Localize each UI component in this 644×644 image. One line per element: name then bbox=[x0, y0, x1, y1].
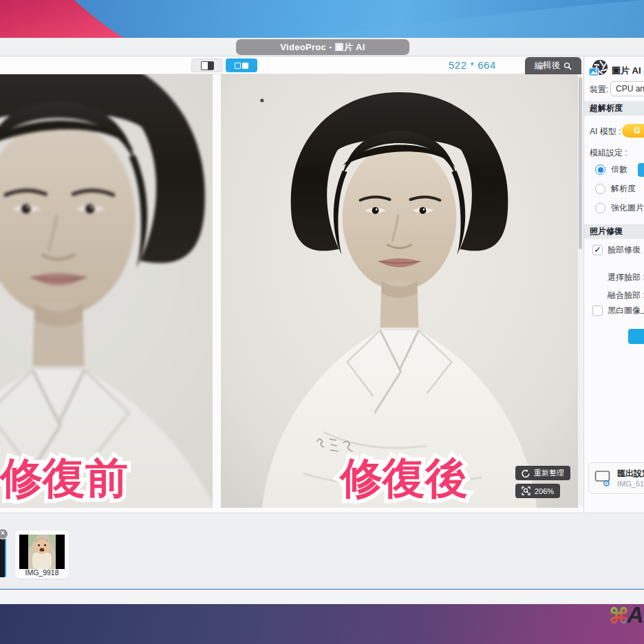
thumbnail-card[interactable]: IMG_9918 bbox=[15, 530, 69, 579]
export-settings-box[interactable]: ⚙ 匯出設定 IMG_516 bbox=[588, 462, 644, 494]
radio-enhance[interactable]: 強化圖片 bbox=[595, 202, 644, 214]
refresh-button[interactable]: 重新整理 bbox=[515, 466, 570, 480]
zoom-level-value: 206% bbox=[535, 487, 554, 495]
refresh-icon bbox=[522, 469, 530, 477]
edited-tab[interactable]: 編輯後 bbox=[525, 57, 581, 74]
wallpaper-wave bbox=[289, 0, 644, 38]
thumbnail-image bbox=[19, 535, 65, 569]
radio-resolution-label: 解析度 bbox=[611, 183, 636, 195]
face-restore-checkbox-row[interactable]: 臉部修復 bbox=[592, 244, 641, 256]
refresh-label: 重新整理 bbox=[534, 468, 564, 478]
section-super-resolution: 超解析度 bbox=[584, 101, 644, 116]
export-settings-label: 匯出設定 bbox=[617, 468, 644, 480]
bw-colorize-checkbox-row[interactable]: 黑白圖像上色 bbox=[592, 305, 644, 316]
device-dropdown[interactable]: CPU and bbox=[610, 81, 644, 96]
image-ai-logo-icon bbox=[588, 59, 609, 78]
ai-model-button[interactable]: G bbox=[622, 124, 644, 138]
selected-thumbnail-partial[interactable] bbox=[0, 538, 6, 577]
thumbnail-filename: IMG_9918 bbox=[15, 568, 69, 577]
photo-before[interactable] bbox=[0, 74, 213, 508]
desktop-wallpaper-bottom bbox=[0, 604, 644, 644]
side-by-side-icon bbox=[235, 63, 248, 69]
after-portrait-image bbox=[221, 74, 578, 508]
watermark-letter: A bbox=[627, 601, 644, 628]
preview-canvas: 修復前 修復後 重新整理 206% bbox=[0, 74, 583, 513]
face-restore-label: 臉部修復 bbox=[608, 244, 641, 256]
export-settings-icon: ⚙ bbox=[594, 470, 612, 486]
bw-colorize-label: 黑白圖像上色 bbox=[608, 305, 644, 316]
photo-after[interactable] bbox=[221, 74, 578, 508]
settings-sidebar: 圖片 AI : 裝置: CPU and 超解析度 AI 模型 : G 模組設定 … bbox=[583, 56, 644, 513]
radio-icon bbox=[595, 184, 605, 194]
radio-selected-icon bbox=[595, 164, 605, 175]
ai-model-value: G bbox=[634, 126, 640, 136]
radio-multiplier-label: 倍數 bbox=[611, 164, 627, 175]
ai-model-label: AI 模型 : bbox=[590, 126, 621, 138]
select-face-label: 選擇臉部 : bbox=[608, 272, 644, 283]
toolbar bbox=[0, 56, 583, 74]
checkbox-checked-icon bbox=[592, 245, 603, 255]
device-label: 裝置: bbox=[590, 84, 608, 96]
run-button[interactable] bbox=[628, 329, 644, 344]
radio-icon bbox=[595, 203, 605, 213]
radio-enhance-label: 強化圖片 bbox=[611, 202, 644, 214]
multiplier-value-control[interactable] bbox=[638, 163, 644, 177]
module-settings-label: 模組設定 : bbox=[590, 147, 627, 159]
svg-text:⚙: ⚙ bbox=[603, 478, 611, 486]
zoom-icon bbox=[522, 486, 530, 495]
window-bottom-edge bbox=[0, 590, 644, 604]
window-title: VideoProc - 圖片 AI bbox=[236, 39, 409, 55]
filmstrip bbox=[0, 513, 644, 589]
edited-tab-label: 編輯後 bbox=[535, 60, 561, 72]
vertical-scrollbar-thumb[interactable] bbox=[579, 77, 582, 249]
radio-multiplier[interactable]: 倍數 bbox=[595, 164, 627, 175]
magnifier-icon bbox=[564, 62, 572, 70]
blend-face-label: 融合臉部 : bbox=[608, 290, 644, 301]
view-mode-toggle-group bbox=[191, 58, 257, 72]
desktop-wallpaper-top bbox=[0, 0, 644, 38]
single-view-button[interactable] bbox=[191, 58, 223, 72]
device-value: CPU and bbox=[616, 84, 644, 94]
export-filename: IMG_516 bbox=[617, 480, 644, 488]
side-by-side-view-button[interactable] bbox=[226, 58, 257, 72]
zoom-level-button[interactable]: 206% bbox=[515, 484, 560, 498]
split-view-icon bbox=[201, 61, 214, 70]
radio-resolution[interactable]: 解析度 bbox=[595, 183, 636, 195]
before-portrait-image bbox=[0, 74, 213, 508]
wallpaper-pink-curve bbox=[0, 0, 124, 38]
image-resolution: 522 * 664 bbox=[449, 59, 496, 71]
section-photo-restore: 照片修復 bbox=[584, 224, 644, 239]
sidebar-title: 圖片 AI : bbox=[612, 65, 644, 77]
checkbox-unchecked-icon bbox=[592, 305, 603, 316]
